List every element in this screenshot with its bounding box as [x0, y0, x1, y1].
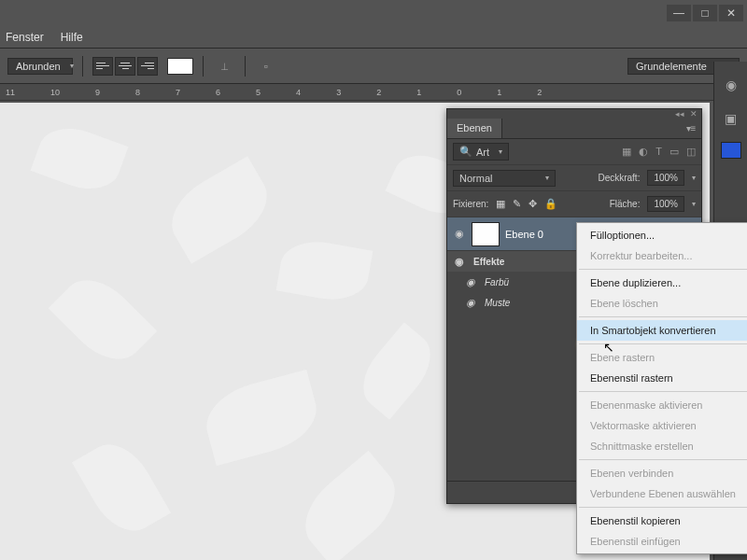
menubar: Fenster Hilfe: [0, 26, 747, 49]
lock-all-icon[interactable]: 🔒: [544, 198, 557, 210]
fill-label: Fläche:: [610, 199, 641, 209]
lock-trans-icon[interactable]: ▦: [496, 198, 505, 210]
filter-adjust-icon[interactable]: ◐: [639, 146, 648, 158]
lock-move-icon[interactable]: ✥: [529, 198, 537, 210]
ruler-horizontal: 1110987654321012: [0, 84, 747, 101]
lock-label: Fixieren:: [453, 199, 488, 209]
menu-fenster[interactable]: Fenster: [6, 31, 44, 44]
lock-paint-icon[interactable]: ✎: [513, 198, 521, 210]
adjust-panel-icon[interactable]: ▣: [721, 108, 741, 129]
titlebar: — □ ✕: [0, 0, 747, 26]
divider: [203, 56, 204, 77]
align-center-button[interactable]: [115, 57, 135, 76]
warp-icon[interactable]: ⟂: [213, 56, 235, 77]
ctx-rastern: Ebene rastern: [577, 347, 747, 368]
ctx-stilkopieren[interactable]: Ebenenstil kopieren: [577, 511, 747, 531]
color-panel-icon[interactable]: ◉: [721, 75, 741, 95]
ctx-stilrastern[interactable]: Ebenenstil rastern: [577, 368, 747, 388]
opacity-label: Deckkraft:: [598, 173, 640, 183]
close-button[interactable]: ✕: [719, 5, 743, 21]
ctx-korrektur: Korrektur bearbeiten...: [577, 245, 747, 266]
panel-close-icon[interactable]: ✕: [690, 109, 698, 119]
ctx-loeschen: Ebene löschen: [577, 293, 747, 314]
fill-swatch[interactable]: [167, 58, 193, 75]
panel-menu-icon[interactable]: ▾≡: [681, 119, 701, 138]
filter-kind-select[interactable]: 🔍 Art: [453, 143, 509, 161]
options-bar: Abrunden ⟂ ▫ Grundelemente: [0, 49, 747, 84]
divider: [245, 56, 246, 77]
ctx-schnitt: Schnittmaske erstellen: [577, 436, 747, 456]
fill-input[interactable]: 100%: [647, 196, 684, 212]
tab-ebenen[interactable]: Ebenen: [447, 119, 502, 138]
fill-flyout-icon[interactable]: ▾: [692, 200, 696, 208]
maximize-button[interactable]: □: [693, 5, 717, 21]
3d-icon[interactable]: ▫: [255, 56, 277, 77]
shape-mode-select[interactable]: Abrunden: [7, 58, 73, 75]
filter-shape-icon[interactable]: ▭: [669, 146, 679, 158]
filter-type-icon[interactable]: T: [655, 146, 662, 158]
filter-smart-icon[interactable]: ◫: [686, 146, 696, 158]
foreground-swatch[interactable]: [721, 142, 741, 159]
align-group: [92, 57, 158, 76]
align-right-button[interactable]: [137, 57, 158, 76]
ctx-vektor: Vektormaske aktivieren: [577, 415, 747, 436]
ctx-fulloptionen[interactable]: Fülloptionen...: [577, 225, 747, 245]
align-left-button[interactable]: [92, 57, 113, 76]
divider: [82, 56, 83, 77]
filter-pixel-icon[interactable]: ▦: [622, 146, 631, 158]
minimize-button[interactable]: —: [667, 5, 691, 21]
ctx-verbinden: Ebenen verbinden: [577, 463, 747, 483]
layer-thumbnail[interactable]: [472, 222, 500, 246]
layer-name-label: Ebene 0: [505, 229, 543, 240]
menu-hilfe[interactable]: Hilfe: [61, 31, 83, 44]
visibility-icon[interactable]: ◉: [453, 228, 466, 240]
opacity-flyout-icon[interactable]: ▾: [692, 174, 696, 182]
ctx-maske: Ebenenmaske aktivieren: [577, 395, 747, 415]
ctx-duplizieren[interactable]: Ebene duplizieren...: [577, 273, 747, 293]
ctx-verbundene: Verbundene Ebenen auswählen: [577, 483, 747, 504]
ctx-smartobjekt[interactable]: In Smartobjekt konvertieren: [577, 320, 747, 341]
blend-mode-select[interactable]: Normal: [453, 170, 556, 187]
opacity-input[interactable]: 100%: [647, 170, 684, 186]
ctx-stileinfuegen: Ebenenstil einfügen: [577, 531, 747, 552]
context-menu: Fülloptionen... Korrektur bearbeiten... …: [576, 222, 747, 554]
panel-handle[interactable]: ◂◂✕: [447, 109, 701, 119]
